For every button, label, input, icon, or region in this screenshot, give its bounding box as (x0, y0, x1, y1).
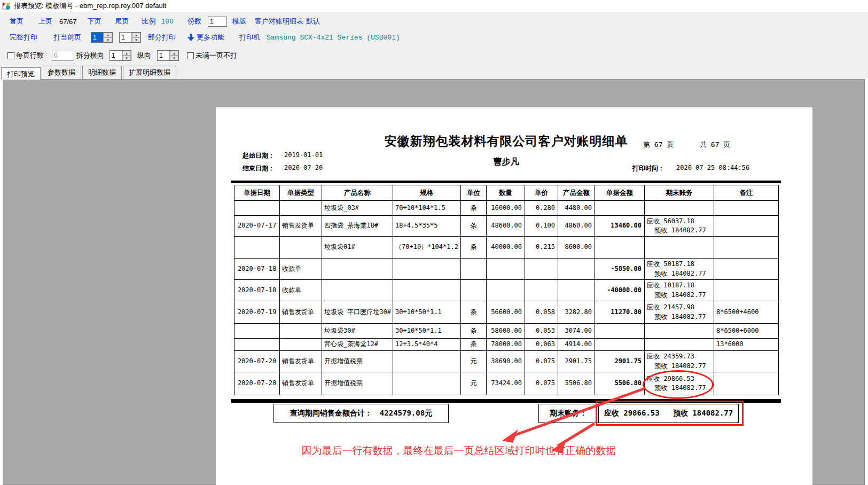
table-row: 垃圾袋_03#70+10*104*1.5条16000.000.2804480.0… (234, 201, 779, 216)
full-print-button[interactable]: 完整打印 (10, 33, 37, 42)
table-cell: 30+10*50*1.1 (393, 301, 461, 324)
table-cell: 2020-07-19 (234, 301, 280, 324)
table-row: 2020-07-19销售发货单垃圾袋 平口医疗垃30#30+10*50*1.1条… (234, 301, 779, 324)
table-cell: 垃圾袋01# (322, 237, 393, 259)
table-cell: 0.100 (525, 216, 558, 237)
spin-up-icon[interactable]: ▲ (170, 51, 178, 56)
skip-partial-page-checkbox[interactable] (187, 52, 194, 59)
split-vertical-value[interactable]: 1 (158, 51, 169, 60)
column-header: 单位 (461, 185, 487, 201)
table-cell: 应收 21457.98 预收 184082.77 (645, 301, 714, 324)
range-to-value[interactable]: 1 (120, 33, 131, 42)
range-to-stepper[interactable]: 1 ▲ ▼ (119, 32, 141, 43)
spin-down-icon[interactable]: ▼ (104, 37, 112, 42)
table-cell: 0.053 (525, 324, 558, 339)
column-header: 规格 (393, 185, 461, 201)
table-cell (714, 237, 779, 259)
split-horizontal-value[interactable]: 1 (110, 51, 122, 60)
table-cell (645, 237, 714, 259)
print-time-label: 打印时间： (632, 164, 664, 173)
spin-up-icon[interactable]: ▲ (104, 33, 112, 37)
split-horizontal-label: 拆分横向 (76, 51, 104, 60)
table-cell: 4860.00 (558, 216, 595, 237)
print-current-button[interactable]: 打当前页 (53, 33, 81, 42)
split-vertical-stepper[interactable]: 1 ▲ ▼ (157, 50, 179, 61)
column-header: 单据类型 (280, 185, 322, 201)
range-from-spin-buttons[interactable]: ▲ ▼ (103, 33, 112, 42)
toolbar-row-navigation: 首页 上页 67/67 下页 尾页 比例 100 份数 1 模版 客户对账明细表… (0, 15, 868, 28)
table-cell: 8600.00 (558, 237, 595, 259)
table-cell: （70+10）*104*1.2 (393, 237, 461, 259)
last-page-button[interactable]: 尾页 (115, 17, 129, 26)
page-indicator: 67/67 (59, 18, 77, 26)
table-cell: 条 (461, 339, 487, 351)
split-vertical-spin-buttons[interactable]: ▲ ▼ (169, 51, 178, 60)
column-header: 单价 (525, 185, 558, 201)
first-page-button[interactable]: 首页 (10, 17, 24, 26)
table-cell (714, 216, 779, 237)
column-header: 单据日期 (234, 185, 280, 201)
closing-balance-label-box: 期末账务： (538, 404, 598, 423)
table-cell: 元 (461, 351, 487, 372)
partial-print-button[interactable]: 部分打印 (148, 33, 176, 42)
table-cell: 应收 50187.18 预收 184082.77 (645, 259, 714, 280)
table-cell: 四指袋_茶海棠18# (322, 216, 393, 237)
table-cell: 4914.00 (558, 339, 595, 351)
printer-button[interactable]: 打印机 (239, 33, 260, 42)
table-cell: 2020-07-20 (234, 372, 280, 395)
rows-per-page-checkbox[interactable] (7, 52, 14, 59)
table-cell: 58000.00 (487, 324, 525, 339)
table-cell (714, 201, 779, 216)
table-cell: 应收 10187.18 预收 184082.77 (645, 280, 714, 301)
split-horizontal-spin-buttons[interactable]: ▲ ▼ (122, 51, 131, 60)
table-row: 2020-07-17销售发货单四指袋_茶海棠18#18+4.5*35*5条486… (234, 216, 779, 237)
column-header: 数量 (487, 185, 525, 201)
window-title: 报表预览: 模板编号 - ebm_rep.rep.rey.007 default (14, 1, 166, 11)
table-cell (280, 201, 322, 216)
more-functions-button[interactable]: 更多功能 (197, 33, 224, 42)
print-preview-canvas[interactable]: 安徽新翔包装材料有限公司客户对账明细单 第 67 页 共 67 页 起始日期： … (3, 79, 865, 485)
table-top-rule (231, 181, 781, 183)
table-cell (645, 324, 714, 339)
tab-parameter-data[interactable]: 参数数据 (42, 66, 81, 80)
report-preview-window: 报表预览: 模板编号 - ebm_rep.rep.rey.007 default… (0, 0, 868, 485)
template-button[interactable]: 模版 (232, 17, 246, 26)
table-row: 2020-07-18收款单-40000.00应收 10187.18 预收 184… (234, 280, 779, 301)
spin-down-icon[interactable]: ▼ (132, 37, 140, 42)
table-cell (234, 339, 280, 351)
table-cell: 垃圾袋 平口医疗垃30# (322, 301, 393, 324)
spin-up-icon[interactable]: ▲ (132, 33, 140, 37)
table-cell: 应收 56037.18 预收 184082.77 (645, 216, 714, 237)
spin-down-icon[interactable]: ▼ (170, 56, 178, 60)
copies-input[interactable]: 1 (208, 17, 227, 27)
prev-page-button[interactable]: 上页 (38, 17, 52, 26)
table-cell: 条 (461, 301, 487, 324)
spin-down-icon[interactable]: ▼ (122, 56, 131, 60)
table-cell: 12+3.5*40*4 (393, 339, 461, 351)
next-page-button[interactable]: 下页 (88, 17, 101, 26)
tab-detail-data[interactable]: 明细数据 (82, 66, 122, 80)
template-name-link[interactable]: 客户对账明细表 (255, 17, 303, 26)
tab-print-preview[interactable]: 打印预览 (1, 67, 41, 80)
table-cell: 开据增值税票 (322, 351, 393, 372)
tab-extended-detail-data[interactable]: 扩展明细数据 (123, 66, 176, 80)
table-cell (595, 201, 645, 216)
table-cell (558, 259, 595, 280)
range-from-stepper[interactable]: 1 ▲ ▼ (91, 32, 113, 43)
spin-up-icon[interactable]: ▲ (122, 51, 131, 56)
title-bar: 报表预览: 模板编号 - ebm_rep.rep.rey.007 default (0, 0, 868, 12)
template-default-link[interactable]: 默认 (306, 17, 320, 26)
table-cell: 2901.75 (595, 351, 645, 372)
current-page-number: 第 67 页 (643, 140, 674, 150)
rows-per-page-input[interactable]: 0 (52, 51, 74, 61)
table-cell: 收款单 (280, 259, 322, 280)
scale-label[interactable]: 比例 (142, 17, 156, 26)
statement-table: 单据日期单据类型产品名称规格单位数量单价产品金额单据金额期末账务备注 垃圾袋_0… (234, 185, 779, 395)
table-cell: 销售发货单 (280, 216, 322, 237)
range-to-spin-buttons[interactable]: ▲ ▼ (131, 33, 140, 42)
table-cell (714, 372, 779, 395)
table-cell: 元 (461, 372, 487, 395)
copies-label[interactable]: 份数 (187, 17, 201, 26)
split-horizontal-stepper[interactable]: 1 ▲ ▼ (110, 50, 131, 61)
range-from-value[interactable]: 1 (91, 33, 103, 42)
